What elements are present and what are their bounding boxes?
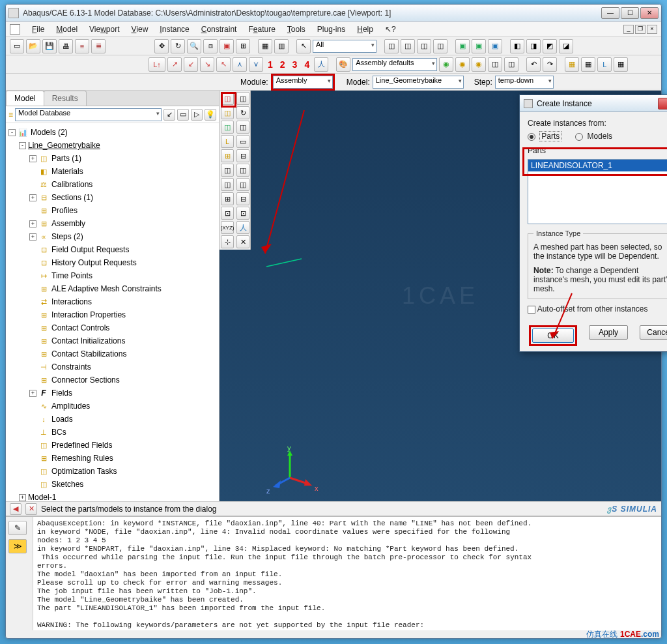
dialog-titlebar[interactable]: Create Instance ✕ [520, 95, 667, 112]
radio-models-label[interactable]: Models [587, 132, 612, 141]
viewport-min-button[interactable]: _ [623, 25, 634, 34]
tree-cstab[interactable]: Contact Stabilizations [51, 349, 126, 359]
csys-icon-4[interactable]: ↘ [200, 57, 214, 72]
shade-icon-1[interactable]: ◧ [510, 39, 524, 53]
tree-field-output[interactable]: Field Output Requests [51, 245, 129, 254]
render-icon-2[interactable]: ◉ [455, 57, 470, 72]
grid-icon-2[interactable]: ▥ [274, 39, 289, 53]
menu-file[interactable]: File [27, 23, 50, 35]
model-tree[interactable]: -📊Models (2) -Line_Geometrybaike +◫Parts… [6, 123, 219, 501]
shade-icon-2[interactable]: ◨ [526, 39, 541, 53]
tree-loads[interactable]: Loads [51, 415, 73, 424]
shade-icon-3[interactable]: ◩ [543, 39, 557, 53]
csys-icon-7[interactable]: ⋎ [249, 57, 263, 72]
tree-sections[interactable]: Sections (1) [51, 193, 93, 202]
step-dropdown[interactable]: temp-down [495, 76, 554, 89]
tool-icon-5[interactable]: ◫ [221, 121, 234, 134]
tool-icon-21[interactable]: ⊹ [221, 235, 234, 248]
print-icon[interactable]: 🖶 [59, 39, 73, 53]
msg-warn-icon[interactable]: ≫ [8, 539, 27, 553]
grid-icon-1[interactable]: ▦ [258, 39, 272, 53]
open-icon[interactable]: 📂 [26, 39, 40, 53]
tree-assembly[interactable]: Assembly [51, 219, 85, 228]
menu-view[interactable]: View [126, 23, 154, 35]
tree-ccontrols[interactable]: Contact Controls [51, 323, 109, 332]
minimize-button[interactable]: — [601, 7, 619, 19]
tree-steps[interactable]: Steps (2) [51, 232, 83, 241]
menu-viewport[interactable]: Viewport [84, 23, 125, 35]
tool-icon-13[interactable]: ◫ [221, 178, 234, 191]
menu-instance[interactable]: Instance [154, 23, 194, 35]
tool-icon-17[interactable]: ⊡ [221, 207, 234, 220]
expand-icon[interactable]: - [8, 129, 16, 136]
db-btn-1[interactable]: ↙ [163, 109, 175, 121]
menu-pointer-icon[interactable]: ↖? [380, 23, 401, 35]
tab-model[interactable]: Model [6, 91, 44, 106]
status-back-icon[interactable]: ◀ [10, 503, 21, 515]
rotate-icon[interactable]: ↻ [171, 39, 185, 53]
csys-icon-8[interactable]: 人 [314, 57, 328, 72]
db-icon-2[interactable]: ≣ [91, 39, 106, 53]
expand-icon[interactable]: + [19, 494, 26, 501]
radio-parts-label[interactable]: Parts [539, 131, 561, 141]
tree-ale[interactable]: ALE Adaptive Mesh Constraints [51, 284, 162, 293]
msg-info-icon[interactable]: ✎ [8, 521, 27, 535]
tool-icon-7[interactable]: L [221, 135, 234, 148]
color-icon[interactable]: 🎨 [336, 57, 350, 72]
module-dropdown[interactable]: Assembly [273, 76, 333, 89]
tool-icon-16[interactable]: ⊟ [236, 192, 249, 205]
menu-model[interactable]: Model [51, 23, 83, 35]
undo-icon[interactable]: ↶ [526, 57, 541, 72]
cube-icon-4[interactable]: ◫ [433, 39, 447, 53]
tool-icon-10[interactable]: ⊟ [236, 149, 249, 162]
tool-xyz-icon[interactable]: (XYZ) [221, 221, 234, 234]
status-cancel-icon[interactable]: ✕ [25, 503, 37, 515]
cube-icon-1[interactable]: ◫ [384, 39, 399, 53]
apply-button[interactable]: Apply [589, 325, 628, 340]
csys-icon-5[interactable]: ↖ [216, 57, 231, 72]
tree-constraints[interactable]: Constraints [51, 362, 91, 372]
tool-icon-12[interactable]: ◫ [236, 164, 249, 177]
tree-sketches[interactable]: Sketches [51, 480, 83, 489]
tree-bcs[interactable]: BCs [51, 428, 66, 437]
redo-icon[interactable]: ↷ [543, 57, 557, 72]
tool-icon-4[interactable]: ↻ [236, 106, 249, 119]
expand-icon[interactable]: + [29, 390, 36, 397]
menu-constraint[interactable]: Constraint [196, 23, 242, 35]
csys-icon-1[interactable]: L↑ [149, 57, 165, 72]
tree-iprops[interactable]: Interaction Properties [51, 310, 126, 319]
expand-icon[interactable]: + [29, 155, 36, 162]
tree-line-geom[interactable]: Line_Geometrybaike [28, 141, 100, 150]
shade-icon-4[interactable]: ◪ [559, 39, 573, 53]
tree-remesh[interactable]: Remeshing Rules [51, 454, 113, 463]
cancel-button[interactable]: Cancel [640, 325, 667, 340]
close-button[interactable]: ✕ [640, 7, 659, 19]
tab-results[interactable]: Results [44, 91, 87, 106]
menu-plugins[interactable]: Plug-ins [312, 23, 350, 35]
autofit-icon[interactable]: ⊞ [236, 39, 250, 53]
tool-icon-20[interactable]: 人 [236, 221, 249, 234]
viewport[interactable]: ◫ ◫ ◫ ↻ ◫ ◫ L ▭ ⊞ ⊟ ◫ ◫ ◫ ◫ ⊞ ⊟ ⊡ ⊡ (XYZ… [220, 91, 661, 501]
tool-icon-11[interactable]: ◫ [221, 164, 234, 177]
tree-predef[interactable]: Predefined Fields [51, 441, 112, 450]
tree-history-output[interactable]: History Output Requests [51, 258, 137, 267]
db-btn-2[interactable]: ▭ [177, 109, 189, 121]
tree-model1[interactable]: Model-1 [28, 493, 56, 501]
expand-icon[interactable]: + [29, 220, 36, 227]
view-all-dropdown[interactable]: All [313, 40, 376, 53]
maximize-button[interactable]: ☐ [621, 7, 639, 19]
render-icon-3[interactable]: ◉ [472, 57, 486, 72]
persp-icon-3[interactable]: ▣ [488, 39, 502, 53]
render-icon-1[interactable]: ◉ [439, 57, 453, 72]
tree-models[interactable]: Models (2) [31, 128, 68, 137]
viewport-close-button[interactable]: × [647, 25, 657, 34]
tree-materials[interactable]: Materials [51, 167, 83, 176]
cube-icon-2[interactable]: ◫ [401, 39, 415, 53]
autooffset-checkbox[interactable] [528, 306, 535, 314]
tool-icon-9[interactable]: ⊞ [221, 149, 234, 162]
tree-time-points[interactable]: Time Points [51, 271, 92, 280]
radio-parts[interactable] [528, 133, 535, 141]
menu-tools[interactable]: Tools [282, 23, 311, 35]
tool-icon-2[interactable]: ◫ [236, 92, 249, 105]
tool-icon-15[interactable]: ⊞ [221, 192, 234, 205]
